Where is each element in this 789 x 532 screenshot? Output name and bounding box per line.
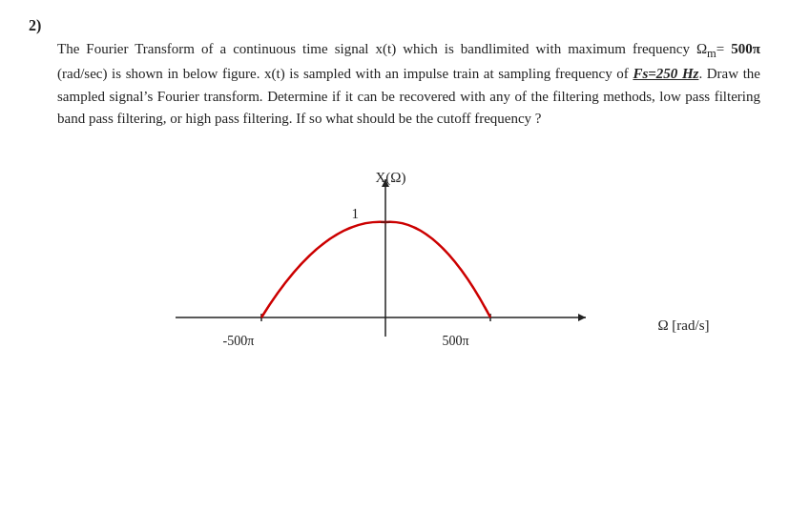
problem-text: The Fourier Transform of a continuous ti… bbox=[57, 38, 760, 130]
graph-container: X(Ω) 1 -500π 500π bbox=[166, 170, 624, 351]
svg-marker-3 bbox=[382, 179, 389, 187]
figure-area: X(Ω) 1 -500π 500π bbox=[29, 160, 760, 351]
svg-marker-1 bbox=[578, 314, 586, 321]
x-axis-unit-label: Ω [rad/s] bbox=[657, 317, 709, 334]
problem-number: 2) bbox=[29, 17, 760, 34]
graph-svg bbox=[166, 170, 624, 351]
